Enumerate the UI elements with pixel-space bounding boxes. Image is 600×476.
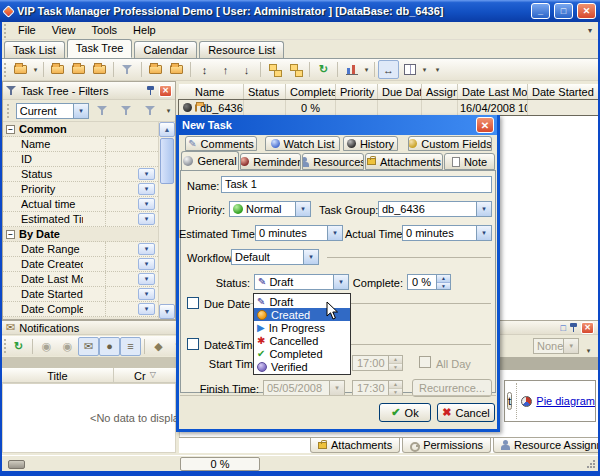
minimize-button[interactable]: _ [531, 3, 550, 19]
notification-options-button[interactable]: ◆ [148, 337, 169, 356]
tab-reminder[interactable]: Reminder [240, 153, 301, 170]
refresh-button[interactable]: ↻ [313, 60, 334, 79]
filters-panel-header[interactable]: Task Tree - Filters ✕ [3, 82, 175, 100]
columns-button[interactable] [399, 60, 420, 79]
chevron-down-icon[interactable]: ▾ [138, 303, 155, 315]
tab-permissions[interactable]: Permissions [402, 438, 491, 453]
new-subtask-button[interactable] [47, 60, 68, 79]
workflow-combo[interactable]: Default▾ [231, 249, 319, 265]
notifications-refresh-button[interactable]: ↻ [8, 337, 29, 356]
status-option-verified[interactable]: Verified [254, 360, 350, 373]
estimated-time-combo[interactable]: 0 minutes▾ [255, 225, 343, 241]
columns-dropdown-icon[interactable]: ▾ [420, 66, 429, 74]
fit-columns-toggle[interactable]: ↔ [378, 60, 399, 79]
maximize-button[interactable]: □ [554, 3, 573, 19]
filter-item-date-created[interactable]: Date Created▾ [3, 257, 158, 272]
chevron-down-icon[interactable]: ▾ [73, 104, 88, 118]
menu-tools[interactable]: Tools [83, 22, 125, 39]
tab-task-list[interactable]: Task List [4, 41, 65, 58]
filter-item-id[interactable]: ID [3, 152, 158, 167]
scrollbar-thumb[interactable] [160, 138, 174, 184]
filter-group-common[interactable]: −Common [3, 122, 158, 137]
tab-resource-assignment[interactable]: Resource Assignment [493, 438, 600, 453]
priority-combo[interactable]: Normal▾ [229, 201, 311, 217]
filter-item-priority[interactable]: Priority▾ [3, 182, 158, 197]
filter-group-by-date[interactable]: −By Date [3, 227, 158, 242]
column-assigned[interactable]: Assigned [422, 84, 458, 100]
tab-attachments[interactable]: Attachments [310, 438, 400, 453]
move-up-button[interactable]: ↑ [215, 60, 236, 79]
filter-item-date-range[interactable]: Date Range▾ [3, 242, 158, 257]
collapse-icon[interactable]: − [6, 125, 15, 134]
column-priority[interactable]: Priority [336, 84, 378, 100]
datetime-checkbox[interactable] [187, 338, 199, 350]
collapse-all-button[interactable] [285, 60, 306, 79]
status-option-cancelled[interactable]: ✱Cancelled [254, 334, 350, 347]
collapse-icon[interactable]: − [6, 230, 15, 239]
chevron-down-icon[interactable]: ▾ [138, 183, 155, 195]
show-list-toggle[interactable]: ≡ [120, 337, 141, 356]
tab-resource-list[interactable]: Resource List [199, 41, 284, 58]
pin-icon[interactable] [569, 322, 578, 333]
notifications-column-title[interactable]: Title [2, 368, 114, 383]
mark-read-button[interactable]: ◉ [36, 337, 57, 356]
show-read-toggle[interactable]: ● [99, 337, 120, 356]
chevron-down-icon[interactable]: ▾ [138, 243, 155, 255]
filter-item-date-last-modified[interactable]: Date Last Modified▾ [3, 272, 158, 287]
group-by-combo[interactable]: None▾ [533, 338, 579, 354]
filter-item-name[interactable]: Name [3, 137, 158, 152]
chevron-down-icon[interactable]: ▾ [327, 226, 342, 240]
chevron-down-icon[interactable]: ▾ [138, 213, 155, 225]
pin-icon[interactable] [146, 85, 155, 96]
chart-dropdown-icon[interactable]: ▾ [362, 66, 371, 74]
chevron-down-icon[interactable]: ▾ [476, 226, 491, 240]
spin-down-icon[interactable]: ▼ [437, 283, 450, 290]
new-task-dropdown-icon[interactable]: ▾ [31, 66, 40, 74]
menu-file[interactable]: File [10, 22, 44, 39]
column-status[interactable]: Status [244, 84, 286, 100]
status-option-in-progress[interactable]: ▶In Progress [254, 321, 350, 334]
restore-panel-icon[interactable]: □ [561, 323, 566, 333]
name-field[interactable]: Task 1 [221, 176, 492, 193]
due-date-checkbox[interactable] [187, 297, 199, 309]
column-date-started[interactable]: Date Started [528, 84, 598, 100]
filter-item-date-completed[interactable]: Date Completed▾ [3, 302, 158, 317]
panel-close-icon[interactable]: ✕ [581, 322, 594, 334]
move-down-button[interactable]: ↓ [236, 60, 257, 79]
filter-item-status[interactable]: Status▾ [3, 167, 158, 182]
scroll-up-icon[interactable]: ▲ [159, 122, 175, 137]
ok-button[interactable]: ✔Ok [379, 403, 431, 422]
chevron-down-icon[interactable]: ▾ [138, 288, 155, 300]
chevron-down-icon[interactable]: ▾ [295, 202, 310, 216]
duplicate-task-button[interactable] [89, 60, 110, 79]
chevron-down-icon[interactable]: ▾ [138, 273, 155, 285]
tab-watch-list[interactable]: Watch List [265, 136, 340, 151]
new-task-button[interactable] [10, 60, 31, 79]
chevron-down-icon[interactable]: ▾ [138, 168, 155, 180]
dialog-close-icon[interactable]: ✕ [476, 117, 494, 133]
tab-attachments-dialog[interactable]: Attachments [365, 153, 443, 170]
menu-view[interactable]: View [44, 22, 84, 39]
edit-task-button[interactable] [68, 60, 89, 79]
tab-custom-fields[interactable]: Custom Fields [408, 136, 492, 151]
chart-view-button[interactable] [341, 60, 362, 79]
tab-general[interactable]: General [181, 151, 239, 170]
actual-time-combo[interactable]: 0 minutes▾ [402, 225, 492, 241]
complete-task-button[interactable] [166, 60, 187, 79]
chevron-down-icon[interactable]: ▾ [333, 275, 348, 289]
task-group-combo[interactable]: db_6436▾ [378, 201, 492, 217]
chevron-down-icon[interactable]: ▾ [138, 258, 155, 270]
table-row[interactable]: db_6436 0 % 16/04/2008 10:53 [179, 100, 598, 115]
filter-item-actual-time[interactable]: Actual time▾ [3, 197, 158, 212]
column-date-last-modified[interactable]: Date Last Modi... [458, 84, 528, 100]
delete-filter-button[interactable] [117, 60, 138, 79]
expand-all-button[interactable] [264, 60, 285, 79]
status-combo[interactable]: ✎Draft▾ [254, 274, 349, 290]
move-task-button[interactable] [145, 60, 166, 79]
tab-task-tree[interactable]: Task Tree [67, 39, 133, 58]
move-updown-button[interactable]: ↕ [194, 60, 215, 79]
edit-filter-button[interactable] [116, 101, 137, 120]
complete-spinner[interactable]: 0 %▲▼ [407, 274, 451, 290]
chevron-down-icon[interactable]: ▾ [138, 198, 155, 210]
column-complete[interactable]: Complete [286, 84, 336, 100]
